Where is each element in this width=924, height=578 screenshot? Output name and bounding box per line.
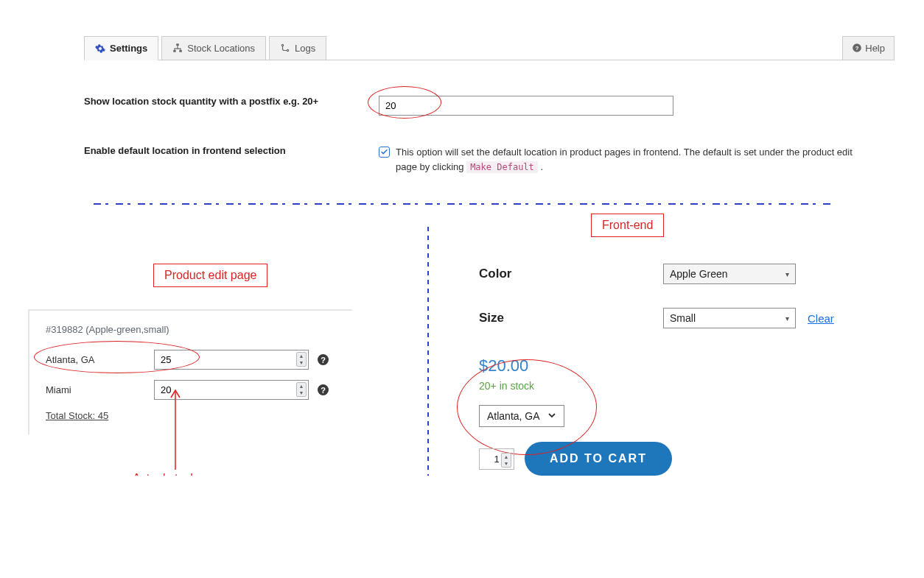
total-stock: Total Stock: 45 [46, 410, 343, 421]
spinner-icon[interactable]: ▲▼ [501, 453, 511, 468]
variation-label: Size [479, 311, 663, 325]
location-qty-input[interactable] [154, 380, 309, 400]
left-column: Product edit page #319882 (Apple-green,s… [0, 219, 413, 476]
help-icon[interactable]: ? [318, 354, 329, 365]
spinner-icon[interactable]: ▲▼ [296, 382, 307, 397]
help-icon: ? [852, 43, 862, 53]
svg-rect-2 [180, 50, 183, 52]
tab-label: Logs [295, 43, 315, 54]
label-actual-stock: Actual stock [133, 472, 196, 476]
setting-control [379, 96, 858, 116]
help-icon[interactable]: ? [318, 384, 329, 395]
select-value: Atlanta, GA [487, 410, 540, 422]
gear-icon [95, 43, 105, 54]
help-button[interactable]: ? Help [842, 36, 895, 60]
tab-label: Settings [110, 43, 147, 54]
variation-row-color: Color Apple Green ▾ [479, 264, 924, 284]
tab-logs[interactable]: Logs [269, 36, 326, 60]
svg-point-3 [281, 44, 283, 46]
setting-label: Show location stock quantity with a post… [84, 96, 379, 107]
svg-rect-1 [173, 50, 176, 52]
check-icon [380, 148, 388, 156]
logs-icon [280, 43, 290, 53]
divider [94, 203, 830, 205]
location-row: Miami ▲▼ ? [46, 380, 343, 400]
code-inline: Make Default [466, 161, 538, 173]
setting-label: Enable default location in frontend sele… [84, 145, 379, 156]
settings-body: Show location stock quantity with a post… [84, 96, 858, 174]
desc-text: . [540, 161, 543, 172]
product-edit-card: #319882 (Apple-green,small) Atlanta, GA … [28, 309, 352, 434]
location-name: Miami [46, 384, 145, 395]
vertical-divider [427, 227, 429, 476]
right-column: Front-end Color Apple Green ▾ Size Small… [444, 219, 924, 476]
lower-section: Product edit page #319882 (Apple-green,s… [0, 219, 924, 476]
setting-description: This option will set the default locatio… [396, 145, 858, 174]
label-product-edit-page: Product edit page [153, 264, 267, 287]
variation-label: Color [479, 267, 663, 281]
location-select[interactable]: Atlanta, GA [479, 405, 564, 427]
setting-control: This option will set the default locatio… [379, 145, 858, 174]
select-value: Small [670, 312, 696, 324]
svg-rect-0 [177, 43, 180, 46]
tab-settings[interactable]: Settings [84, 36, 158, 60]
location-name: Atlanta, GA [46, 354, 145, 365]
stock-message: 20+ in stock [479, 380, 564, 392]
color-select[interactable]: Apple Green ▾ [663, 264, 796, 284]
quantity-input[interactable]: 1 ▲▼ [479, 448, 514, 470]
variation-row-size: Size Small ▾ Clear [479, 308, 924, 328]
location-row: Atlanta, GA ▲▼ ? [46, 350, 343, 370]
chevron-down-icon [547, 410, 556, 422]
size-select[interactable]: Small ▾ [663, 308, 796, 328]
clear-link[interactable]: Clear [808, 312, 834, 325]
product-id: #319882 (Apple-green,small) [46, 324, 343, 335]
help-label: Help [865, 43, 885, 54]
add-to-cart-button[interactable]: ADD TO CART [525, 442, 672, 476]
sitemap-icon [172, 43, 183, 53]
label-frontend: Front-end [591, 214, 664, 237]
setting-defaultloc-row: Enable default location in frontend sele… [84, 145, 858, 174]
desc-text: This option will set the default locatio… [396, 147, 853, 172]
qty-value: 1 [494, 454, 499, 465]
default-location-checkbox[interactable] [379, 147, 390, 158]
select-value: Apple Green [670, 268, 728, 280]
chevron-down-icon: ▾ [785, 270, 789, 278]
svg-text:?: ? [855, 45, 859, 52]
price: $20.00 [479, 356, 564, 376]
postfix-input[interactable] [379, 96, 673, 116]
location-qty-input[interactable] [154, 350, 309, 370]
tab-label: Stock Locations [187, 43, 255, 54]
tab-stock-locations[interactable]: Stock Locations [161, 36, 266, 60]
setting-postfix-row: Show location stock quantity with a post… [84, 96, 858, 116]
chevron-down-icon: ▾ [785, 314, 789, 323]
cart-row: 1 ▲▼ ADD TO CART [479, 442, 924, 476]
tab-bar: Settings Stock Locations Logs ? Help [84, 35, 895, 60]
spinner-icon[interactable]: ▲▼ [296, 352, 307, 367]
svg-point-4 [287, 49, 288, 51]
